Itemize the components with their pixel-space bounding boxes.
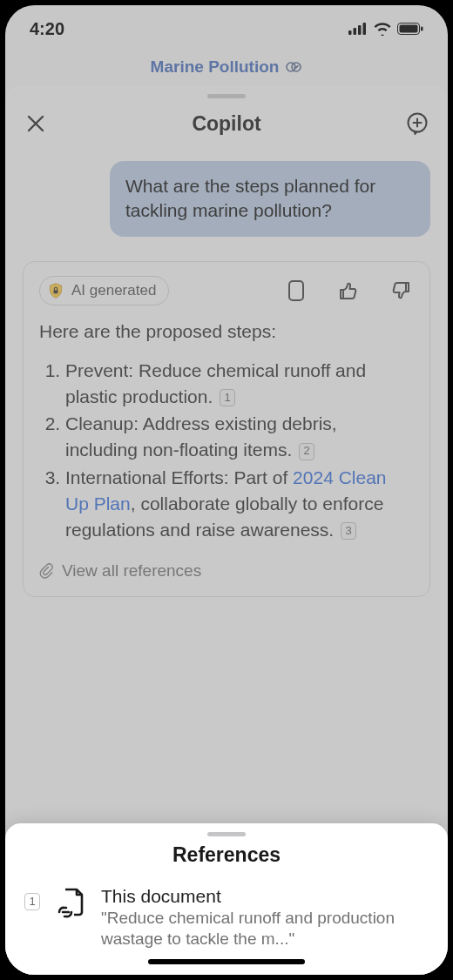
- doc-title[interactable]: Marine Pollution: [151, 57, 280, 77]
- attachment-icon: [39, 563, 55, 579]
- close-button[interactable]: [23, 111, 49, 137]
- reference-number-chip: 1: [24, 893, 40, 910]
- thumbs-up-icon: [337, 279, 360, 302]
- item-prefix: Prevent:: [65, 360, 139, 380]
- list-item: Cleanup: Address existing debris, includ…: [65, 411, 414, 463]
- chat-plus-icon: [405, 111, 429, 136]
- reference-item[interactable]: 1 This document "Reduce chemical runoff …: [5, 886, 448, 950]
- references-title: References: [5, 843, 448, 867]
- close-icon: [25, 113, 46, 134]
- svg-rect-10: [54, 290, 58, 293]
- ai-response-card: AI generated Here are the: [23, 261, 430, 598]
- status-time: 4:20: [30, 19, 64, 39]
- battery-icon: [397, 23, 423, 35]
- status-bar: 4:20: [5, 5, 448, 52]
- thumbs-down-button[interactable]: [388, 278, 414, 304]
- status-icons: [348, 22, 423, 36]
- shield-lock-icon: [47, 282, 64, 299]
- copy-icon: [287, 279, 306, 302]
- document-link-icon: [52, 886, 89, 926]
- list-item: Prevent: Reduce chemical runoff and plas…: [65, 358, 414, 410]
- svg-rect-3: [363, 23, 367, 35]
- list-item: International Efforts: Part of 2024 Clea…: [65, 465, 414, 542]
- references-sheet: References 1 This document "Reduce chemi…: [5, 823, 448, 975]
- svg-rect-6: [421, 27, 423, 31]
- thumbs-up-button[interactable]: [335, 278, 362, 304]
- svg-rect-11: [289, 281, 303, 300]
- copilot-title: Copilot: [192, 112, 260, 136]
- copilot-header: Copilot: [5, 102, 448, 149]
- home-indicator[interactable]: [148, 959, 305, 964]
- sheet-grabber[interactable]: [207, 832, 246, 836]
- item-prefix: International Efforts:: [65, 467, 233, 487]
- user-message-bubble: What are the steps planned for tackling …: [110, 161, 430, 237]
- new-chat-button[interactable]: [404, 111, 430, 137]
- sheet-grabber[interactable]: [207, 94, 246, 98]
- svg-rect-1: [354, 28, 357, 35]
- item-body-before: Part of: [233, 467, 293, 487]
- reference-snippet: "Reduce chemical runoff and production w…: [101, 908, 429, 950]
- view-refs-label: View all references: [62, 561, 201, 581]
- cellular-icon: [348, 23, 368, 35]
- ai-generated-badge[interactable]: AI generated: [39, 276, 169, 305]
- reference-doc-label: This document: [101, 886, 429, 907]
- thumbs-down-icon: [389, 279, 412, 302]
- sync-status-icon: [285, 58, 302, 76]
- citation-chip[interactable]: 3: [341, 522, 356, 540]
- response-list: Prevent: Reduce chemical runoff and plas…: [39, 358, 414, 543]
- citation-chip[interactable]: 1: [220, 389, 235, 406]
- chat-area: What are the steps planned for tackling …: [5, 149, 448, 597]
- background-doc-title-row: Marine Pollution: [5, 52, 448, 89]
- response-intro: Here are the proposed steps:: [39, 321, 414, 342]
- svg-rect-0: [348, 30, 352, 35]
- citation-chip[interactable]: 2: [299, 443, 314, 460]
- copy-button[interactable]: [283, 278, 309, 304]
- svg-rect-2: [358, 25, 362, 35]
- view-all-references-link[interactable]: View all references: [39, 561, 414, 581]
- wifi-icon: [373, 22, 392, 36]
- svg-rect-5: [400, 25, 418, 33]
- item-prefix: Cleanup:: [65, 413, 143, 433]
- ai-badge-label: AI generated: [71, 282, 156, 299]
